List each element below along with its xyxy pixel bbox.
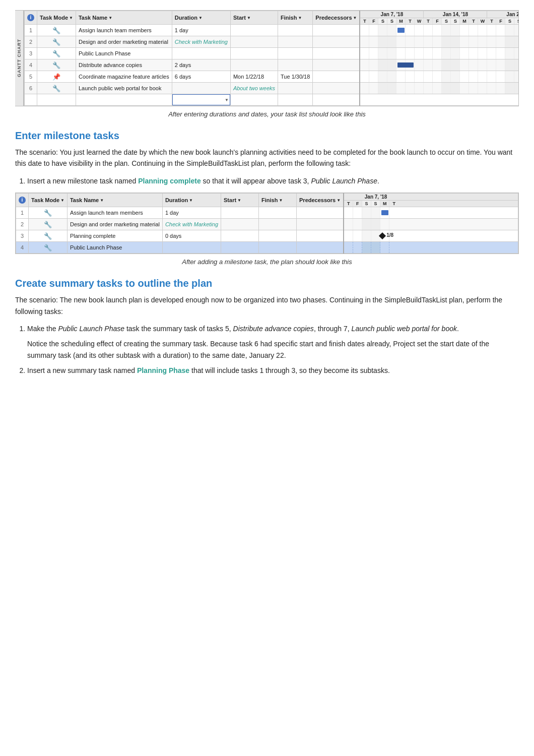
g2-start-4[interactable]	[221, 242, 259, 254]
week-jan7: Jan 7, '18	[360, 11, 424, 18]
g2-duration-4[interactable]	[162, 242, 221, 254]
th-finish[interactable]: Finish ▼	[278, 11, 313, 25]
g2-task-name-3[interactable]: Planning complete	[67, 230, 162, 242]
task-mode-cell: 🔧	[37, 48, 76, 59]
gantt-chart-2-wrapper: i Task Mode ▼ Task Name ▼ Durat	[15, 193, 519, 254]
g2-task-mode-label: Task Mode	[31, 197, 59, 203]
week-jan14: Jan 14, '18	[424, 11, 487, 18]
th2-task-mode[interactable]: Task Mode ▼	[29, 194, 68, 207]
th2-finish[interactable]: Finish ▼	[259, 194, 297, 207]
gantt2-header-row: i Task Mode ▼ Task Name ▼ Durat	[16, 194, 518, 207]
duration-cell[interactable]: 2 days	[172, 59, 230, 71]
g2-predecessors-1[interactable]	[297, 207, 344, 219]
task-name-cell[interactable]: Launch public web portal for book	[76, 83, 172, 94]
g2-predecessors-2[interactable]	[297, 219, 344, 230]
g2-task-mode-arrow: ▼	[60, 198, 64, 203]
g2-finish-4[interactable]	[259, 242, 297, 254]
start-cell[interactable]: About two weeks	[230, 83, 278, 94]
start-cell[interactable]	[230, 36, 278, 48]
section2-list-item-1: Make the Public Launch Phase task the su…	[27, 323, 519, 361]
task-name-cell[interactable]: Coordinate magazine feature articles	[76, 71, 172, 83]
start-cell[interactable]	[230, 48, 278, 59]
g2-table-row-3: 3 🔧 Planning complete 0 days	[16, 230, 518, 242]
start-cell[interactable]: Mon 1/22/18	[230, 71, 278, 83]
th-start[interactable]: Start ▼	[230, 11, 278, 25]
info-icon-2: i	[19, 197, 26, 204]
table-row-empty: ▼	[25, 94, 519, 106]
duration-cell[interactable]	[172, 48, 230, 59]
th-task-name[interactable]: Task Name ▼	[76, 11, 172, 25]
section1-heading: Enter milestone tasks	[15, 130, 519, 142]
g2-row-num-4: 4	[16, 242, 29, 254]
start-cell[interactable]	[230, 25, 278, 36]
g2-finish-1[interactable]	[259, 207, 297, 219]
task-name-cell[interactable]: Design and order marketing material	[76, 36, 172, 48]
finish-cell[interactable]	[278, 59, 313, 71]
th-duration[interactable]: Duration ▼	[172, 11, 230, 25]
predecessors-cell[interactable]	[313, 36, 360, 48]
g2-duration-arrow: ▼	[189, 198, 193, 203]
g2-start-3[interactable]	[221, 230, 259, 242]
g2-task-name-label: Task Name	[70, 197, 99, 203]
predecessors-cell[interactable]	[313, 94, 360, 106]
duration-arrow: ▼	[198, 16, 203, 20]
g2-start-2[interactable]	[221, 219, 259, 230]
predecessors-cell[interactable]	[313, 71, 360, 83]
duration-cell[interactable]	[172, 83, 230, 94]
finish-cell[interactable]	[278, 83, 313, 94]
start-cell[interactable]	[230, 59, 278, 71]
finish-cell[interactable]	[278, 25, 313, 36]
task-mode-cell: 📌	[37, 71, 76, 83]
chart-cell	[360, 71, 519, 83]
g2-start-1[interactable]	[221, 207, 259, 219]
th-predecessors[interactable]: Predecessors ▼	[313, 11, 360, 25]
table-row: 6 🔧 Launch public web portal for book Ab…	[25, 83, 519, 94]
predecessors-cell[interactable]	[313, 83, 360, 94]
g2-finish-2[interactable]	[259, 219, 297, 230]
chart-cell	[360, 94, 519, 106]
g2-task-name-1[interactable]: Assign launch team members	[67, 207, 162, 219]
duration-cell[interactable]: 6 days	[172, 71, 230, 83]
th2-start[interactable]: Start ▼	[221, 194, 259, 207]
finish-label: Finish	[281, 15, 297, 21]
task-name-cell[interactable]: Assign launch team members	[76, 25, 172, 36]
g2-task-name-4[interactable]: Public Launch Phase	[67, 242, 162, 254]
g2-duration-2[interactable]: Check with Marketing	[162, 219, 221, 230]
task-name-cell[interactable]: Distribute advance copies	[76, 59, 172, 71]
g2-chart-4	[344, 242, 518, 254]
finish-cell[interactable]	[278, 36, 313, 48]
row-num: 5	[25, 71, 37, 83]
start-cell[interactable]	[230, 94, 278, 106]
th-task-mode[interactable]: Task Mode ▼	[37, 11, 76, 25]
table-row: 4 🔧 Distribute advance copies 2 days	[25, 59, 519, 71]
g2-predecessors-4[interactable]	[297, 242, 344, 254]
task-name-cell[interactable]	[76, 94, 172, 106]
finish-cell[interactable]	[278, 94, 313, 106]
th2-duration[interactable]: Duration ▼	[162, 194, 221, 207]
duration-label: Duration	[175, 15, 197, 21]
g2-predecessors-3[interactable]	[297, 230, 344, 242]
th2-task-name[interactable]: Task Name ▼	[67, 194, 162, 207]
g2-task-name-2[interactable]: Design and order marketing material	[67, 219, 162, 230]
s2-l1-italic3: Launch public web portal for book	[352, 325, 457, 333]
th2-predecessors[interactable]: Predecessors ▼	[297, 194, 344, 207]
row-num	[25, 94, 37, 106]
dropdown-arrow[interactable]: ▼	[225, 98, 229, 102]
g2-duration-1[interactable]: 1 day	[162, 207, 221, 219]
duration-cell[interactable]: Check with Marketing	[172, 36, 230, 48]
predecessors-cell[interactable]	[313, 59, 360, 71]
finish-cell[interactable]	[278, 48, 313, 59]
table-row: 3 🔧 Public Launch Phase	[25, 48, 519, 59]
predecessors-cell[interactable]	[313, 25, 360, 36]
th-calendar: Jan 7, '18 Jan 14, '18 Jan 21, '18 T F S…	[360, 11, 519, 25]
week-jan21: Jan 21, '18	[487, 11, 519, 18]
duration-cell[interactable]: ▼	[172, 94, 230, 106]
task-mode-cell: 🔧	[37, 25, 76, 36]
g2-chart-3: 1/8	[344, 230, 518, 242]
g2-duration-3[interactable]: 0 days	[162, 230, 221, 242]
task-name-cell[interactable]: Public Launch Phase	[76, 48, 172, 59]
duration-cell[interactable]: 1 day	[172, 25, 230, 36]
predecessors-cell[interactable]	[313, 48, 360, 59]
g2-finish-3[interactable]	[259, 230, 297, 242]
finish-cell[interactable]: Tue 1/30/18	[278, 71, 313, 83]
